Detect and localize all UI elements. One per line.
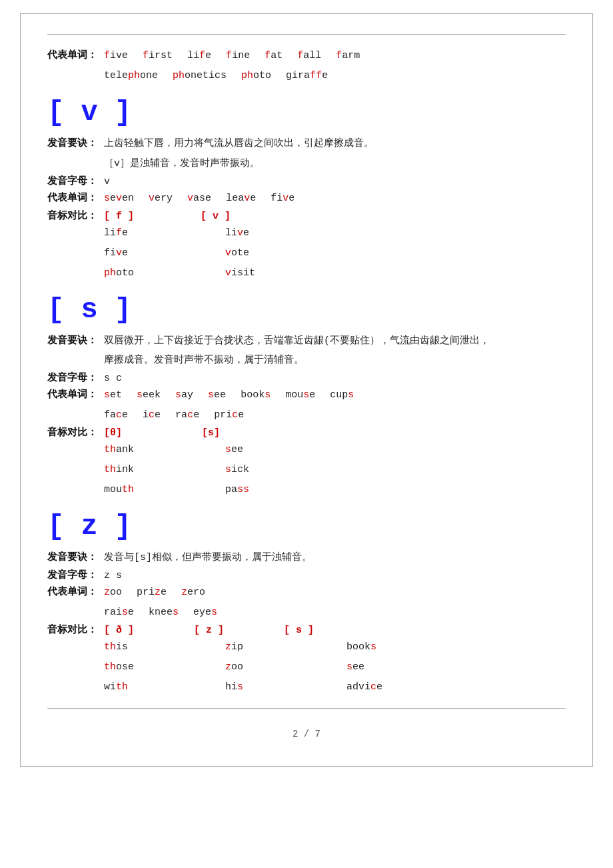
word-first: first [143,47,173,65]
v-contrast-row3: photo visit [104,264,566,282]
s-tip1: 双唇微开，上下齿接近于合拢状态，舌端靠近齿龈(不要贴住），气流由齿龈之间泄出， [104,333,490,350]
z-contrast-label: 音标对比： [47,623,104,636]
s-words-line2: face ice race price [104,406,566,424]
z-c3-advice: advice [346,678,382,696]
s-tip2-block: 摩擦成音。发音时声带不振动，属于清辅音。 [104,351,566,369]
s-tips-label: 发音要诀： [47,333,104,350]
s-word-label: 代表单词： [47,388,104,401]
z-c1-this: this [104,638,211,656]
v-contrast-row2: five vote [104,244,566,262]
v-words: seven very vase leave five [104,189,295,207]
v-letter-row: 发音字母： v [47,175,566,187]
z-words-row1: 代表单词： zoo prize zero [47,583,566,601]
z-words-line1: zoo prize zero [104,583,205,601]
word-seek: seek [137,386,161,404]
word-say: say [175,386,193,404]
word-photo: photo [241,67,271,85]
v-tips-row1: 发音要诀： 上齿轻触下唇，用力将气流从唇齿之间吹出，引起摩擦成音。 [47,135,566,153]
s-c2-pass: pass [225,481,249,499]
s-section: [ s ] 发音要诀： 双唇微开，上下齿接近于合拢状态，舌端靠近齿龈(不要贴住）… [47,294,566,499]
word-seven: seven [104,189,134,207]
s-contrast-h2: [s] [202,427,220,439]
word-five: five [104,47,128,65]
s-tips-row1: 发音要诀： 双唇微开，上下齿接近于合拢状态，舌端靠近齿龈(不要贴住），气流由齿龈… [47,333,566,350]
s-contrast-h1: [θ] [104,427,122,439]
word-price: price [214,406,244,424]
word-see: see [208,386,226,404]
word-fall: fall [297,47,321,65]
v-contrast-label: 音标对比： [47,209,104,222]
s-contrast-row2: think sick [104,461,566,479]
s-contrast-label: 音标对比： [47,426,104,439]
v-cv-live: live [225,224,249,242]
s-letters: s c [104,373,122,384]
word-race: race [175,406,199,424]
f-examples-section: 代表单词： five first life fine fat fall farm… [47,47,566,85]
v-section: [ v ] 发音要诀： 上齿轻触下唇，用力将气流从唇齿之间吹出，引起摩擦成音。 … [47,97,566,282]
v-cv-visit: visit [225,264,255,282]
z-section: [ z ] 发音要诀： 发音与[s]相似，但声带要振动，属于浊辅音。 发音字母：… [47,511,566,696]
page-footer: 2 / 7 [47,729,566,739]
z-words-line2: raise knees eyes [104,603,566,621]
z-c2-zoo: zoo [225,658,332,676]
v-contrast-row1: life live [104,224,566,242]
word-ice: ice [143,406,161,424]
s-tip2: 摩擦成音。发音时声带不振动，属于清辅音。 [104,351,304,369]
word-fine: fine [226,47,250,65]
v-word-label: 代表单词： [47,191,104,204]
z-letter-row: 发音字母： z s [47,569,566,581]
word-prize: prize [137,583,167,601]
v-tip2: ［v］是浊辅音，发音时声带振动。 [104,155,260,173]
page-container: 代表单词： five first life fine fat fall farm… [20,13,593,767]
word-eyes: eyes [193,603,217,621]
word-phonetics: phonetics [173,67,227,85]
s-contrast-header-row: 音标对比： [θ] [s] [47,426,566,439]
v-tips-label: 发音要诀： [47,135,104,153]
word-cups: cups [330,386,354,404]
s-letter-row: 发音字母： s c [47,371,566,384]
z-letter-label: 发音字母： [47,569,104,581]
s-letter-label: 发音字母： [47,371,104,384]
v-tips-indent: ［v］是浊辅音，发音时声带振动。 [104,155,566,173]
word-vase: vase [187,189,211,207]
z-contrast-row1: this zip books [104,638,566,656]
z-tips-row1: 发音要诀： 发音与[s]相似，但声带要振动，属于浊辅音。 [47,549,566,567]
v-contrast-h2: [ v ] [201,211,231,222]
f-words-line1: five first life fine fat fall farm [104,47,360,65]
z-contrast-row3: with his advice [104,678,566,696]
f-label: 代表单词： [47,49,104,61]
z-contrast-row2: those zoo see [104,658,566,676]
word-face: face [104,406,128,424]
z-letters: z s [104,570,122,581]
s-c2-see: see [225,441,243,459]
s-words-row1: 代表单词： set seek say see books mouse cups [47,386,566,404]
v-cf-photo: photo [104,264,211,282]
z-tips-label: 发音要诀： [47,549,104,567]
word-farm: farm [336,47,360,65]
s-contrast-row1: thank see [104,441,566,459]
word-leave: leave [226,189,256,207]
z-contrast-h2: [ z ] [194,625,224,636]
z-phoneme: [ z ] [47,511,566,543]
word-fat: fat [265,47,283,65]
v-words-row: 代表单词： seven very vase leave five [47,189,566,207]
v-contrast-h1: [ f ] [104,211,134,222]
z-c1-with: with [104,678,211,696]
word-raise: raise [104,603,134,621]
v-cf-five: five [104,244,211,262]
s-c1-mouth: mouth [104,481,211,499]
bottom-border [47,708,566,709]
v-letter-label: 发音字母： [47,175,104,187]
z-c3-books: books [346,638,376,656]
v-cv-vote: vote [225,244,249,262]
word-mouse: mouse [285,386,315,404]
word-five-v: five [271,189,295,207]
z-tip1: 发音与[s]相似，但声带要振动，属于浊辅音。 [104,549,312,567]
v-letters: v [104,176,110,187]
word-zoo: zoo [104,583,122,601]
word-giraffe: giraffe [286,67,328,85]
z-contrast-h3: [ s ] [284,625,314,636]
v-phoneme: [ v ] [47,97,566,129]
z-contrast-header-row: 音标对比： [ ð ] [ z ] [ s ] [47,623,566,636]
word-life: life [187,47,211,65]
